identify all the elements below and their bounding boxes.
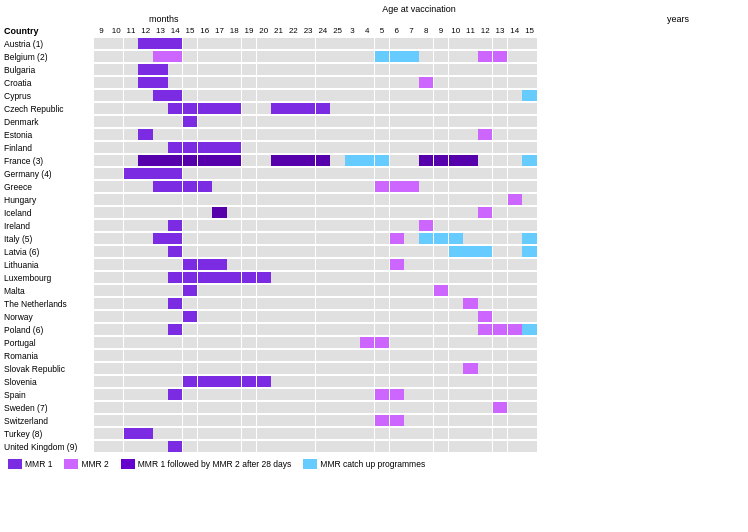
cell <box>212 181 226 192</box>
col-num-1: 10 <box>109 26 123 36</box>
cell <box>478 285 492 296</box>
cell <box>330 324 344 335</box>
cell <box>153 259 167 270</box>
cell <box>508 415 522 426</box>
cell <box>375 246 389 257</box>
cell <box>345 311 359 322</box>
cell <box>522 51 536 62</box>
cell <box>390 259 404 270</box>
cell <box>242 233 256 244</box>
cell <box>463 129 477 140</box>
cell <box>212 168 226 179</box>
cell <box>478 298 492 309</box>
cell <box>212 220 226 231</box>
cell <box>449 155 463 166</box>
cell <box>198 298 212 309</box>
cell <box>449 272 463 283</box>
cell <box>198 194 212 205</box>
cell <box>522 285 536 296</box>
cell <box>330 155 344 166</box>
cell <box>404 246 418 257</box>
table-row: Denmark <box>4 115 744 128</box>
cell <box>360 103 374 114</box>
cell <box>212 64 226 75</box>
cell <box>390 168 404 179</box>
cell <box>168 285 182 296</box>
cell <box>360 64 374 75</box>
cell <box>345 90 359 101</box>
cell <box>168 415 182 426</box>
cell <box>508 51 522 62</box>
cell <box>330 363 344 374</box>
cell <box>94 64 108 75</box>
cell <box>286 64 300 75</box>
cell <box>375 116 389 127</box>
cell <box>257 311 271 322</box>
col-num-2: 11 <box>124 26 138 36</box>
cell <box>227 77 241 88</box>
cell <box>375 337 389 348</box>
cell <box>168 64 182 75</box>
cell <box>404 415 418 426</box>
cell <box>271 142 285 153</box>
cell <box>345 441 359 452</box>
cell <box>316 350 330 361</box>
cell <box>345 116 359 127</box>
cell <box>242 428 256 439</box>
cell <box>493 441 507 452</box>
cell <box>463 77 477 88</box>
cell <box>375 415 389 426</box>
cell <box>212 51 226 62</box>
cell <box>183 168 197 179</box>
country-name: Hungary <box>4 195 94 205</box>
cell <box>449 194 463 205</box>
col-num-16: 25 <box>330 26 344 36</box>
cell <box>109 402 123 413</box>
cell <box>449 103 463 114</box>
cell <box>522 389 536 400</box>
cell <box>109 181 123 192</box>
cell <box>360 337 374 348</box>
cell <box>153 246 167 257</box>
cell <box>508 38 522 49</box>
cell <box>360 363 374 374</box>
cell <box>478 337 492 348</box>
cell <box>183 77 197 88</box>
cell <box>508 311 522 322</box>
cell <box>301 285 315 296</box>
table-row: Portugal <box>4 336 744 349</box>
cell <box>360 415 374 426</box>
col-num-7: 16 <box>198 26 212 36</box>
table-row: Ireland <box>4 219 744 232</box>
cell <box>109 389 123 400</box>
cell <box>434 350 448 361</box>
cell <box>345 363 359 374</box>
cell <box>286 350 300 361</box>
cell <box>463 415 477 426</box>
cell <box>508 103 522 114</box>
cell <box>360 116 374 127</box>
cell <box>286 363 300 374</box>
cell <box>286 376 300 387</box>
table-row: United Kingdom (9) <box>4 440 744 453</box>
country-name: Austria (1) <box>4 39 94 49</box>
cell <box>138 51 152 62</box>
cell <box>301 168 315 179</box>
cell <box>316 116 330 127</box>
cell <box>257 155 271 166</box>
cell <box>124 194 138 205</box>
cell <box>345 246 359 257</box>
cell <box>434 428 448 439</box>
cell <box>360 142 374 153</box>
table-row: Sweden (7) <box>4 401 744 414</box>
cell <box>508 350 522 361</box>
cell <box>478 90 492 101</box>
cell <box>522 259 536 270</box>
cell <box>138 259 152 270</box>
col-num-9: 18 <box>227 26 241 36</box>
cell <box>109 194 123 205</box>
cells-row <box>94 363 537 374</box>
cell <box>271 402 285 413</box>
cell <box>138 142 152 153</box>
cell <box>449 38 463 49</box>
